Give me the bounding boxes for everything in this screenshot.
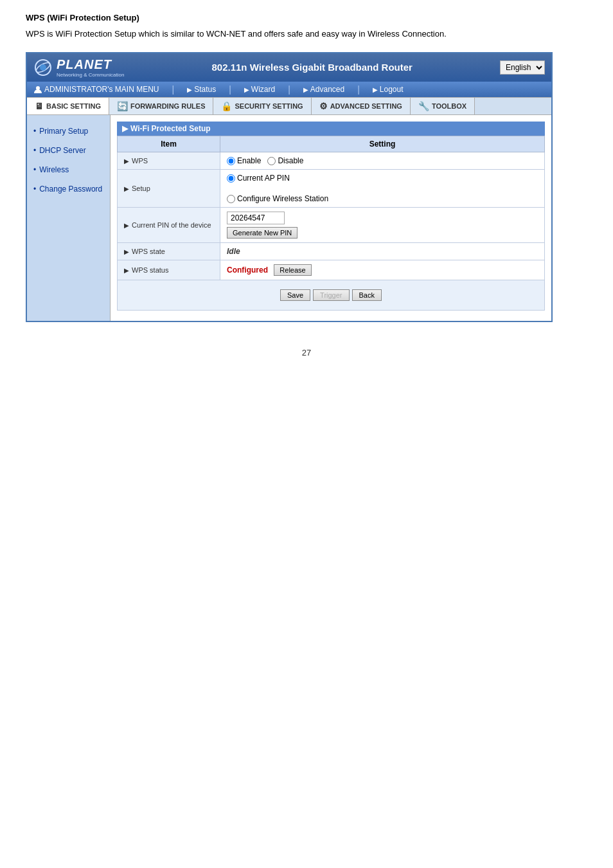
- sidebar-item-change-password[interactable]: Change Password: [27, 179, 110, 199]
- wps-state-label-text: WPS state: [132, 248, 165, 255]
- header-bar: PLANET Networking & Communication 802.11…: [27, 53, 551, 82]
- setup-appin-label: Current AP PIN: [237, 174, 290, 183]
- nav-wizard-label: Wizard: [251, 85, 275, 94]
- nav-admin-label: ADMINISTRATOR's MAIN MENU: [44, 85, 159, 94]
- wps-state-row: ▶ WPS state Idle: [118, 243, 545, 260]
- router-ui: PLANET Networking & Communication 802.11…: [26, 52, 553, 323]
- tab-forwarding-rules[interactable]: 🔄 FORWARDING RULES: [109, 98, 214, 114]
- wps-status-row: ▶ WPS status Configured Release: [118, 260, 545, 280]
- trigger-button[interactable]: Trigger: [313, 289, 349, 301]
- tab-advanced-setting[interactable]: ⚙ ADVANCED SETTING: [312, 98, 411, 114]
- tab-security-setting[interactable]: 🔒 SECURITY SETTING: [213, 98, 311, 114]
- logo-text-area: PLANET Networking & Communication: [57, 57, 124, 78]
- tab-security-label: SECURITY SETTING: [235, 102, 303, 110]
- wps-radio-group: Enable Disable: [227, 156, 538, 165]
- wps-configured-text: Configured: [227, 266, 268, 275]
- pin-label-text: Current PIN of the device: [132, 221, 211, 229]
- back-button[interactable]: Back: [352, 289, 382, 301]
- nav-bar: ADMINISTRATOR's MAIN MENU | ▶ Status | ▶…: [27, 82, 551, 97]
- svg-point-2: [40, 64, 46, 71]
- wps-disable-option[interactable]: Disable: [267, 156, 303, 165]
- nav-sep4: |: [357, 84, 360, 95]
- security-icon: 🔒: [221, 101, 232, 111]
- wps-state-setting: Idle: [220, 243, 545, 260]
- tab-basic-label: BASIC SETTING: [46, 102, 101, 110]
- nav-status-label: Status: [194, 85, 216, 94]
- tab-advanced-label: ADVANCED SETTING: [330, 102, 402, 110]
- wps-enable-label: Enable: [237, 156, 261, 165]
- pin-row-label: ▶ Current PIN of the device: [118, 208, 220, 243]
- pin-row: ▶ Current PIN of the device Generate New…: [118, 208, 545, 243]
- logo-area: PLANET Networking & Communication: [33, 57, 124, 78]
- content-panel: ▶ Wi-Fi Protected Setup Item Setting: [111, 115, 551, 321]
- wps-state-label: ▶ WPS state: [118, 243, 220, 260]
- wps-disable-radio[interactable]: [267, 157, 276, 165]
- tab-basic-setting[interactable]: 🖥 BASIC SETTING: [27, 98, 109, 114]
- sidebar-dhcp-label: DHCP Server: [39, 146, 85, 155]
- wps-state-value: Idle: [227, 247, 240, 256]
- release-button[interactable]: Release: [274, 264, 311, 276]
- nav-status[interactable]: ▶ Status: [187, 85, 216, 94]
- page-title: WPS (WiFi Protection Setup): [26, 13, 587, 23]
- wps-table: Item Setting ▶ WPS: [117, 136, 545, 311]
- setup-cwstation-option[interactable]: Configure Wireless Station: [227, 194, 538, 203]
- wps-enable-radio[interactable]: [227, 157, 235, 165]
- logo-sub: Networking & Communication: [57, 72, 124, 78]
- status-arrow: ▶: [187, 86, 192, 93]
- logout-arrow: ▶: [373, 86, 378, 93]
- wps-status-arrow: ▶: [124, 267, 129, 274]
- tab-toolbox-label: TOOLBOX: [432, 102, 466, 110]
- nav-advanced[interactable]: ▶ Advanced: [303, 85, 344, 94]
- page-description: WPS is WiFi Protection Setup which is si…: [26, 28, 587, 41]
- setup-row: ▶ Setup Current AP PIN: [118, 170, 545, 208]
- nav-advanced-label: Advanced: [310, 85, 344, 94]
- language-select[interactable]: English: [500, 60, 545, 75]
- pin-input-field[interactable]: [227, 212, 285, 224]
- sidebar: Primary Setup DHCP Server Wireless Chang…: [27, 115, 111, 321]
- action-buttons-group: Save Trigger Back: [124, 284, 538, 306]
- pin-arrow: ▶: [124, 222, 129, 229]
- wps-enable-option[interactable]: Enable: [227, 156, 261, 165]
- action-buttons-cell: Save Trigger Back: [118, 280, 545, 311]
- tab-toolbox[interactable]: 🔧 TOOLBOX: [411, 98, 475, 114]
- admin-icon: [33, 85, 42, 94]
- nav-admin-menu[interactable]: ADMINISTRATOR's MAIN MENU: [33, 85, 159, 94]
- wps-status-label: ▶ WPS status: [118, 260, 220, 280]
- wps-row: ▶ WPS Enable: [118, 152, 545, 170]
- nav-wizard[interactable]: ▶ Wizard: [244, 85, 275, 94]
- wps-row-label: ▶ WPS: [118, 152, 220, 170]
- nav-sep1: |: [172, 84, 175, 95]
- setup-cwstation-radio[interactable]: [227, 195, 235, 203]
- wps-row-setting: Enable Disable: [220, 152, 545, 170]
- sidebar-item-primary-setup[interactable]: Primary Setup: [27, 122, 110, 141]
- advanced-arrow: ▶: [303, 86, 308, 93]
- nav-logout[interactable]: ▶ Logout: [373, 85, 404, 94]
- sidebar-item-wireless[interactable]: Wireless: [27, 160, 110, 179]
- setup-appin-option[interactable]: Current AP PIN: [227, 174, 538, 183]
- setup-appin-radio[interactable]: [227, 174, 235, 183]
- sidebar-item-dhcp-server[interactable]: DHCP Server: [27, 141, 110, 160]
- nav-logout-label: Logout: [380, 85, 404, 94]
- save-button[interactable]: Save: [280, 289, 310, 301]
- sidebar-primary-setup-label: Primary Setup: [39, 127, 88, 136]
- logo-name: PLANET: [57, 57, 124, 72]
- wizard-arrow: ▶: [244, 86, 249, 93]
- nav-sep2: |: [229, 84, 231, 95]
- forwarding-icon: 🔄: [117, 101, 128, 111]
- wps-label-text: WPS: [132, 157, 148, 165]
- setup-radio-group: Current AP PIN Configure Wireless Statio…: [227, 174, 538, 203]
- wps-status-label-text: WPS status: [132, 266, 168, 274]
- page-number: 27: [26, 348, 587, 357]
- sidebar-wireless-label: Wireless: [39, 165, 69, 174]
- generate-pin-button[interactable]: Generate New PIN: [227, 227, 298, 239]
- tab-bar: 🖥 BASIC SETTING 🔄 FORWARDING RULES 🔒 SEC…: [27, 97, 551, 115]
- wps-state-arrow: ▶: [124, 248, 129, 255]
- setup-row-label: ▶ Setup: [118, 170, 220, 208]
- setup-arrow: ▶: [124, 185, 129, 192]
- basic-setting-icon: 🖥: [35, 101, 44, 111]
- wps-disable-label: Disable: [278, 156, 303, 165]
- wps-section-label: Wi-Fi Protected Setup: [130, 124, 211, 133]
- pin-row-setting: Generate New PIN: [220, 208, 545, 243]
- planet-logo-icon: [33, 58, 53, 77]
- wps-status-setting: Configured Release: [220, 260, 545, 280]
